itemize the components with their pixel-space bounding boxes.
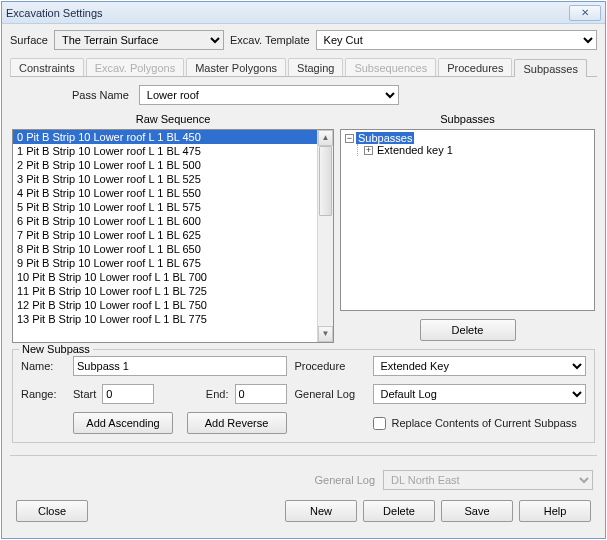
- list-item[interactable]: 9 Pit B Strip 10 Lower roof L 1 BL 675: [13, 256, 317, 270]
- replace-label: Replace Contents of Current Subpass: [392, 417, 577, 429]
- tree-root-label[interactable]: Subpasses: [356, 132, 414, 144]
- list-item[interactable]: 5 Pit B Strip 10 Lower roof L 1 BL 575: [13, 200, 317, 214]
- add-buttons-row: Add Ascending Add Reverse: [73, 412, 287, 434]
- general-log-select[interactable]: Default Log: [373, 384, 587, 404]
- raw-sequence-list-content[interactable]: 0 Pit B Strip 10 Lower roof L 1 BL 450 1…: [13, 130, 317, 342]
- delete-button[interactable]: Delete: [363, 500, 435, 522]
- footer-genlog-label: General Log: [314, 474, 375, 486]
- tab-subpasses[interactable]: Subpasses: [514, 59, 586, 77]
- subpasses-column: Subpasses − Subpasses + Extended key 1: [340, 111, 595, 343]
- top-controls-row: Surface The Terrain Surface Excav. Templ…: [10, 30, 597, 50]
- tab-subsequences: Subsequences: [345, 58, 436, 76]
- list-item[interactable]: 4 Pit B Strip 10 Lower roof L 1 BL 550: [13, 186, 317, 200]
- new-button[interactable]: New: [285, 500, 357, 522]
- raw-sequence-list[interactable]: 0 Pit B Strip 10 Lower roof L 1 BL 450 1…: [12, 129, 334, 343]
- subpasses-button-row: Delete: [340, 311, 595, 341]
- add-ascending-button[interactable]: Add Ascending: [73, 412, 173, 434]
- subpasses-header: Subpasses: [340, 111, 595, 129]
- range-row: Start End:: [73, 384, 287, 404]
- name-input[interactable]: [73, 356, 287, 376]
- scroll-down-icon[interactable]: ▼: [318, 326, 333, 342]
- procedure-label: Procedure: [295, 360, 365, 372]
- excavation-settings-window: Excavation Settings ✕ Surface The Terrai…: [1, 1, 606, 539]
- list-item[interactable]: 11 Pit B Strip 10 Lower roof L 1 BL 725: [13, 284, 317, 298]
- start-input[interactable]: [102, 384, 154, 404]
- close-button[interactable]: Close: [16, 500, 88, 522]
- tree-child[interactable]: + Extended key 1: [362, 144, 592, 156]
- end-label: End:: [206, 388, 229, 400]
- scroll-thumb[interactable]: [319, 146, 332, 216]
- new-subpass-group: New Subpass Name: Procedure Extended Key…: [12, 349, 595, 443]
- start-label: Start: [73, 388, 96, 400]
- replace-checkbox[interactable]: [373, 417, 386, 430]
- tab-excav-polygons: Excav. Polygons: [86, 58, 185, 76]
- tab-body: Pass Name Lower roof Raw Sequence 0 Pit …: [10, 79, 597, 447]
- list-item[interactable]: 10 Pit B Strip 10 Lower roof L 1 BL 700: [13, 270, 317, 284]
- content-area: Surface The Terrain Surface Excav. Templ…: [2, 24, 605, 538]
- delete-subpass-button[interactable]: Delete: [420, 319, 516, 341]
- tab-strip: Constraints Excav. Polygons Master Polyg…: [10, 58, 597, 77]
- list-item[interactable]: 6 Pit B Strip 10 Lower roof L 1 BL 600: [13, 214, 317, 228]
- list-item[interactable]: 8 Pit B Strip 10 Lower roof L 1 BL 650: [13, 242, 317, 256]
- replace-row: Replace Contents of Current Subpass: [373, 417, 587, 430]
- scroll-up-icon[interactable]: ▲: [318, 130, 333, 146]
- range-label: Range:: [21, 388, 65, 400]
- tab-constraints[interactable]: Constraints: [10, 58, 84, 76]
- end-input[interactable]: [235, 384, 287, 404]
- template-label: Excav. Template: [230, 34, 310, 46]
- tab-procedures[interactable]: Procedures: [438, 58, 512, 76]
- footer-genlog-row: General Log DL North East: [10, 464, 597, 492]
- help-button[interactable]: Help: [519, 500, 591, 522]
- new-subpass-grid: Name: Procedure Extended Key Range: Star…: [21, 356, 586, 434]
- list-item[interactable]: 2 Pit B Strip 10 Lower roof L 1 BL 500: [13, 158, 317, 172]
- tree-root[interactable]: − Subpasses: [343, 132, 592, 144]
- close-icon[interactable]: ✕: [569, 5, 601, 21]
- subpasses-tree[interactable]: − Subpasses + Extended key 1: [340, 129, 595, 311]
- list-item[interactable]: 7 Pit B Strip 10 Lower roof L 1 BL 625: [13, 228, 317, 242]
- procedure-select[interactable]: Extended Key: [373, 356, 587, 376]
- passname-row: Pass Name Lower roof: [12, 83, 595, 111]
- surface-select[interactable]: The Terrain Surface: [54, 30, 224, 50]
- tree-children: + Extended key 1: [357, 144, 592, 156]
- tree-child-label[interactable]: Extended key 1: [375, 144, 455, 156]
- new-subpass-legend: New Subpass: [19, 343, 93, 355]
- list-item[interactable]: 12 Pit B Strip 10 Lower roof L 1 BL 750: [13, 298, 317, 312]
- add-reverse-button[interactable]: Add Reverse: [187, 412, 287, 434]
- tab-master-polygons[interactable]: Master Polygons: [186, 58, 286, 76]
- bottom-buttons: Close New Delete Save Help: [10, 494, 597, 530]
- name-label: Name:: [21, 360, 65, 372]
- list-item[interactable]: 1 Pit B Strip 10 Lower roof L 1 BL 475: [13, 144, 317, 158]
- passname-label: Pass Name: [72, 89, 129, 101]
- raw-sequence-column: Raw Sequence 0 Pit B Strip 10 Lower roof…: [12, 111, 334, 343]
- list-item[interactable]: 13 Pit B Strip 10 Lower roof L 1 BL 775: [13, 312, 317, 326]
- list-item[interactable]: 3 Pit B Strip 10 Lower roof L 1 BL 525: [13, 172, 317, 186]
- scrollbar[interactable]: ▲ ▼: [317, 130, 333, 342]
- general-log-label: General Log: [295, 388, 365, 400]
- save-button[interactable]: Save: [441, 500, 513, 522]
- collapse-icon[interactable]: −: [345, 134, 354, 143]
- window-title: Excavation Settings: [6, 7, 569, 19]
- surface-label: Surface: [10, 34, 48, 46]
- tab-staging[interactable]: Staging: [288, 58, 343, 76]
- list-item[interactable]: 0 Pit B Strip 10 Lower roof L 1 BL 450: [13, 130, 317, 144]
- footer-genlog-select: DL North East: [383, 470, 593, 490]
- titlebar: Excavation Settings ✕: [2, 2, 605, 24]
- template-select[interactable]: Key Cut: [316, 30, 597, 50]
- scroll-track[interactable]: [318, 146, 333, 326]
- expand-icon[interactable]: +: [364, 146, 373, 155]
- raw-sequence-header: Raw Sequence: [12, 111, 334, 129]
- passname-select[interactable]: Lower roof: [139, 85, 399, 105]
- divider: [10, 455, 597, 456]
- columns: Raw Sequence 0 Pit B Strip 10 Lower roof…: [12, 111, 595, 343]
